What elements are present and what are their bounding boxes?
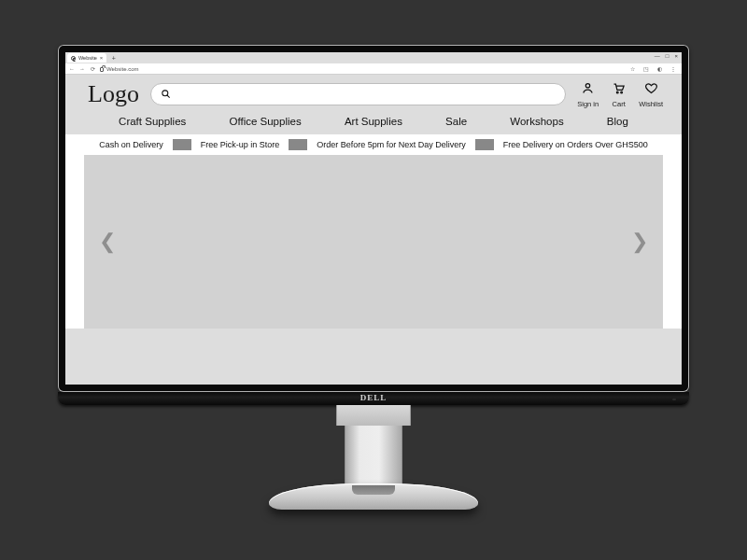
nav-art-supplies[interactable]: Art Supplies	[345, 116, 402, 127]
cart-icon	[612, 81, 626, 99]
site-header: Logo	[65, 75, 682, 112]
address-bar[interactable]: Website.com	[100, 66, 624, 72]
divider	[475, 139, 494, 150]
globe-icon	[71, 56, 76, 61]
nav-craft-supplies[interactable]: Craft Supplies	[119, 116, 186, 127]
chevron-right-icon: ❯	[631, 230, 648, 253]
monitor-bezel: Website × + ― □ × ← → ⟳ Website.com ☆ ◳ …	[58, 45, 689, 392]
browser-tab[interactable]: Website ×	[67, 53, 106, 63]
chevron-left-icon: ❮	[99, 230, 116, 253]
primary-nav: Craft Supplies Office Supplies Art Suppl…	[65, 112, 682, 134]
browser-toolbar: ← → ⟳ Website.com ☆ ◳ ◐ ⋮	[65, 63, 682, 75]
monitor-stand-notch	[352, 485, 395, 495]
sign-in-label: Sign in	[577, 100, 599, 108]
search-input[interactable]	[176, 90, 556, 100]
monitor-neck	[336, 405, 411, 426]
hero-section: ❮ ❯	[65, 155, 682, 329]
nav-sale[interactable]: Sale	[445, 116, 467, 127]
cart-link[interactable]: Cart	[612, 81, 626, 108]
new-tab-button[interactable]: +	[110, 55, 117, 62]
nav-forward-button[interactable]: →	[79, 66, 85, 72]
search-icon	[161, 86, 171, 103]
svg-line-1	[167, 95, 170, 98]
svg-point-4	[621, 91, 623, 93]
divider	[289, 139, 307, 150]
profile-avatar-icon[interactable]: ◐	[655, 65, 664, 72]
wishlist-label: Wishlist	[639, 100, 663, 108]
nav-blog[interactable]: Blog	[607, 116, 628, 127]
tab-title: Website	[78, 55, 97, 61]
nav-workshops[interactable]: Workshops	[510, 116, 563, 127]
search-box[interactable]	[150, 83, 566, 105]
usp-bar: Cash on Delivery Free Pick-up in Store O…	[65, 134, 682, 155]
monitor-brand-logo: DELL	[360, 393, 388, 402]
svg-point-3	[617, 91, 619, 93]
close-icon[interactable]: ×	[100, 55, 104, 61]
usp-freedel: Free Delivery on Orders Over GHS500	[494, 140, 657, 149]
star-icon[interactable]: ☆	[628, 65, 637, 72]
usp-nextday: Order Before 5pm for Next Day Delivery	[307, 140, 475, 149]
page-content: Logo	[65, 75, 682, 385]
browser-menu-button[interactable]: ⋮	[669, 65, 678, 72]
person-icon	[581, 81, 595, 99]
extension-icon[interactable]: ◳	[641, 65, 651, 72]
usp-cod: Cash on Delivery	[90, 140, 173, 149]
cart-label: Cart	[613, 100, 626, 108]
account-links: Sign in Cart	[577, 81, 663, 108]
power-led	[672, 399, 676, 400]
hero-carousel: ❮ ❯	[84, 155, 663, 329]
svg-point-0	[162, 91, 168, 96]
usp-pickup: Free Pick-up in Store	[191, 140, 289, 149]
browser-tabstrip: Website × + ― □ ×	[65, 52, 682, 63]
monitor-neck	[345, 426, 402, 485]
window-minimize-button[interactable]: ―	[655, 53, 660, 59]
heart-icon	[644, 81, 658, 99]
window-close-button[interactable]: ×	[674, 53, 678, 59]
screen: Website × + ― □ × ← → ⟳ Website.com ☆ ◳ …	[65, 52, 682, 385]
wishlist-link[interactable]: Wishlist	[639, 81, 663, 108]
window-maximize-button[interactable]: □	[666, 53, 669, 59]
divider	[173, 139, 191, 150]
site-logo[interactable]: Logo	[88, 80, 139, 108]
nav-reload-button[interactable]: ⟳	[90, 65, 95, 72]
svg-point-2	[586, 83, 590, 87]
nav-office-supplies[interactable]: Office Supplies	[230, 116, 302, 127]
carousel-prev-button[interactable]: ❮	[99, 230, 116, 254]
sign-in-link[interactable]: Sign in	[577, 81, 599, 108]
lock-icon	[100, 67, 104, 72]
url-text: Website.com	[106, 66, 139, 72]
nav-back-button[interactable]: ←	[69, 66, 75, 72]
carousel-next-button[interactable]: ❯	[631, 230, 648, 254]
